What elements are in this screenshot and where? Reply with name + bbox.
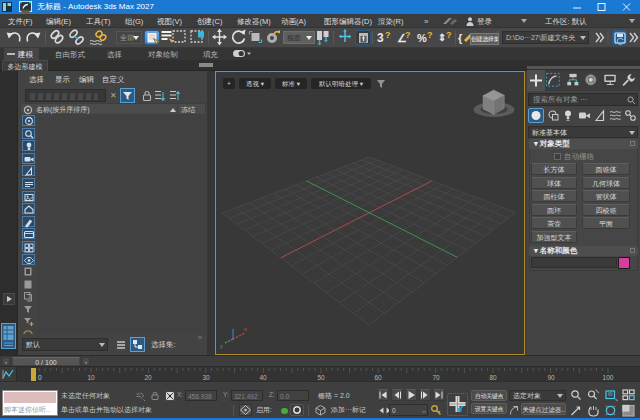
svg-text:60: 60 (374, 374, 382, 381)
svg-text:3: 3 (377, 31, 384, 45)
svg-text:100: 100 (603, 374, 614, 381)
svg-text:80: 80 (489, 374, 497, 381)
svg-text:90: 90 (547, 374, 555, 381)
svg-text:10: 10 (87, 374, 95, 381)
svg-text:{: { (458, 32, 463, 44)
svg-text:50: 50 (317, 374, 325, 381)
svg-text:?: ? (427, 30, 433, 40)
svg-text:?: ? (385, 30, 391, 40)
svg-text:20: 20 (144, 374, 152, 381)
svg-text:?: ? (446, 30, 452, 40)
svg-text:%: % (417, 32, 427, 44)
svg-text:y: y (220, 343, 223, 349)
svg-text:x: x (244, 326, 247, 332)
svg-text:70: 70 (432, 374, 440, 381)
svg-text:30: 30 (202, 374, 210, 381)
svg-text:0: 0 (38, 374, 42, 381)
svg-text:?: ? (405, 30, 411, 40)
svg-text:40: 40 (259, 374, 267, 381)
